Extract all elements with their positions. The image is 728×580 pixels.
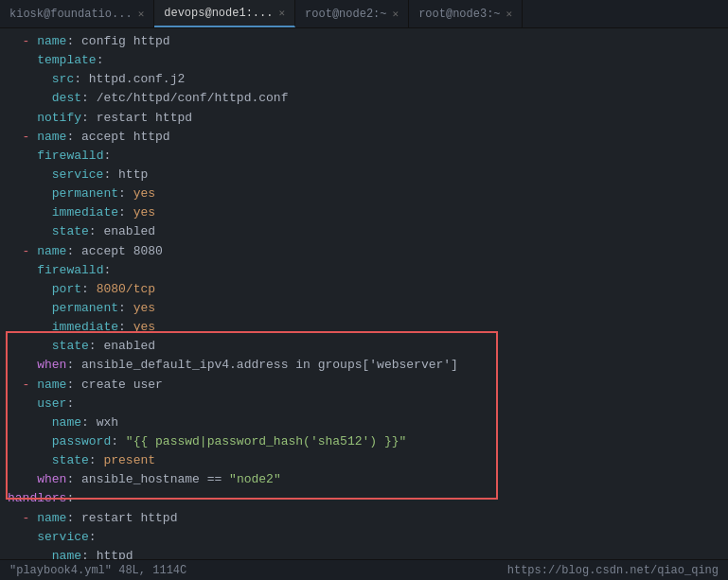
code-line: port: 8080/tcp [0, 280, 728, 299]
code-line: state: enabled [0, 222, 728, 241]
code-line: src: httpd.conf.j2 [0, 70, 728, 89]
code-line: dest: /etc/httpd/conf/httpd.conf [0, 89, 728, 108]
tab-label: root@node3:~ [418, 8, 500, 21]
status-bar: "playbook4.yml" 48L, 1114C https://blog.… [0, 559, 728, 580]
code-line: permanent: yes [0, 185, 728, 203]
tab-close[interactable]: ✕ [393, 8, 400, 20]
code-line: immediate: yes [0, 318, 728, 337]
tab-root-node3[interactable]: root@node3:~ ✕ [409, 0, 523, 27]
code-line: - name: create user [0, 376, 728, 395]
tab-label: kiosk@foundatio... [9, 8, 133, 21]
code-line: password: "{{ passwd|password_hash('sha5… [0, 432, 728, 451]
tab-devops[interactable]: devops@node1:... ✕ [154, 0, 295, 27]
code-line: user: [0, 395, 728, 413]
code-line: template: [0, 51, 728, 70]
code-line: name: wxh [0, 413, 728, 432]
code-line: firewalld: [0, 261, 728, 280]
code-line: service: http [0, 166, 728, 185]
code-line: handlers: [0, 489, 728, 508]
code-line: service: [0, 528, 728, 547]
file-info: "playbook4.yml" 48L, 1114C [9, 564, 186, 577]
code-line: - name: config httpd [0, 32, 728, 51]
code-line: state: present [0, 451, 728, 470]
code-line: notify: restart httpd [0, 109, 728, 128]
tab-root-node2[interactable]: root@node2:~ ✕ [295, 0, 409, 27]
code-line: - name: accept 8080 [0, 242, 728, 261]
terminal-content: - name: config httpd template: src: http… [0, 28, 728, 559]
tab-close[interactable]: ✕ [506, 8, 513, 20]
code-line: - name: restart httpd [0, 509, 728, 528]
code-line: when: ansible_default_ipv4.address in gr… [0, 356, 728, 375]
code-line: when: ansible_hostname == "node2" [0, 470, 728, 489]
tab-close[interactable]: ✕ [278, 7, 285, 19]
code-line: - name: accept httpd [0, 128, 728, 147]
code-line: state: enabled [0, 337, 728, 356]
code-line: permanent: yes [0, 299, 728, 318]
tab-kiosk[interactable]: kiosk@foundatio... ✕ [0, 0, 154, 27]
tab-label: root@node2:~ [305, 8, 386, 21]
code-line: firewalld: [0, 147, 728, 166]
tab-close[interactable]: ✕ [138, 8, 145, 20]
blog-url: https://blog.csdn.net/qiao_qing [507, 564, 719, 577]
tab-bar: kiosk@foundatio... ✕ devops@node1:... ✕ … [0, 0, 728, 28]
code-line: name: httpd [0, 547, 728, 559]
code-line: immediate: yes [0, 203, 728, 222]
tab-label: devops@node1:... [164, 7, 273, 20]
